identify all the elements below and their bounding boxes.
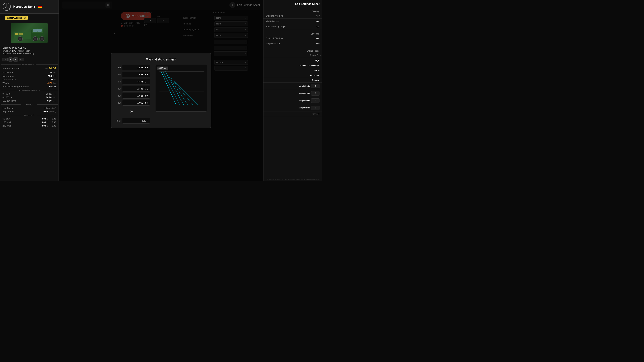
gear-5-input[interactable] — [122, 93, 150, 98]
gear-row-5: 5th — [115, 93, 152, 98]
svg-line-2 — [4, 7, 7, 9]
steering-section: Steering Steering Angle Kit Nor 4WS Syst… — [264, 8, 322, 31]
accel-400-label: 0-400 m — [2, 92, 10, 95]
pp-prefix: PP — [46, 68, 48, 70]
clutch-flywheel-label: Clutch & Flywheel — [266, 37, 284, 39]
four-ws-row: 4WS System Nor — [264, 18, 322, 24]
propellor-shaft-row: Propellor Shaft Nor — [264, 41, 322, 46]
gear-row-6: 6th — [115, 100, 152, 106]
four-ws-label: 4WS System — [266, 20, 278, 22]
mercedes-logo — [2, 2, 11, 11]
racing-row: Racin — [264, 68, 322, 73]
weight-redu-3: Weight Redu — [299, 99, 310, 102]
svg-line-24 — [161, 71, 176, 105]
nav-back-btn[interactable]: ◀ — [8, 57, 13, 61]
max-power-label: Max Power — [2, 71, 14, 74]
weight-num-2: 0 — [311, 91, 320, 95]
edit-settings-sheet-btn[interactable]: Edit Settings Sheet — [295, 2, 320, 5]
accel-1000-value: 64.88 — [46, 96, 52, 98]
weight-right-row-2: Weight Redu 0 — [264, 90, 322, 97]
weight-balance-label: Front-Rear Weight Balance — [2, 85, 29, 88]
gear-2-input[interactable] — [122, 72, 150, 77]
accel-1000-label: 0-1000 m — [2, 96, 12, 98]
weight-num-3: 0 — [311, 98, 320, 103]
four-ws-value: Nor — [316, 20, 320, 22]
car-image-area — [0, 22, 58, 44]
weight-right-val-4: Weight Redu 0 — [299, 106, 320, 110]
g-120-unit: G — [47, 121, 48, 123]
high-speed-value: 0.00 — [44, 110, 48, 113]
weight-right-val-1: Weight Redu 0 — [299, 84, 320, 88]
svg-rect-8 — [38, 29, 42, 32]
clutch-flywheel-value: Nor — [316, 37, 320, 39]
max-power-value: 29 — [50, 71, 52, 74]
accel-100-150-value: 0.00 — [47, 99, 52, 102]
modal-content: 1st 2nd 3rd 4th 5th — [115, 65, 207, 123]
weight-unit: lbs. — [53, 82, 56, 84]
weight-value: 4277 — [47, 82, 52, 84]
car-specs-drivetrain: Drivetrain 4WD / Aspiration NA — [2, 50, 56, 52]
svg-line-26 — [165, 71, 184, 105]
rpm-badge: 3000 rpm — [157, 66, 168, 70]
right-top: Edit Settings Sheet — [264, 0, 322, 8]
rear-steering-row: Rear Steering Angle Lv. — [264, 24, 322, 29]
bodywork-value: Bodywor — [312, 79, 320, 81]
high-compression-value: High Compr — [309, 74, 320, 76]
g-240-alt: 0.00 — [52, 124, 56, 127]
max-power-row: Max Power 29 HP — [0, 71, 58, 74]
gear-5-label: 5th — [115, 94, 121, 97]
steering-angle-kit-value: Nor — [316, 14, 320, 17]
right-panel: Edit Settings Sheet Steering Steering An… — [263, 0, 322, 181]
gear-3-input[interactable] — [122, 79, 150, 84]
rear-steering-value: Lv. — [316, 25, 320, 28]
accel-100-150-label: 100-150 km/h — [2, 99, 16, 102]
accel-100-150-unit: sec. — [53, 100, 56, 102]
svg-line-3 — [7, 7, 10, 9]
drivetrain-title: Drivetrain — [264, 32, 322, 36]
modal-overlay: Manual Adjustment 1st 2nd 3rd 4th — [59, 0, 263, 181]
weight-right-row-4: Weight Redu 0 — [264, 104, 322, 111]
accel-400-unit: sec. — [53, 93, 56, 95]
modal-title: Manual Adjustment — [115, 57, 207, 61]
weight-redu-2: Weight Redu — [299, 92, 310, 94]
g-240-unit: G — [47, 125, 48, 127]
g-60-row: 60 km/h 0.83 G 0.83 — [0, 117, 58, 120]
gear-row-1: 1st — [115, 65, 152, 70]
performance-points-row: Performance Points PP 34.66 — [0, 66, 58, 71]
high-compression-row: High Compr — [264, 73, 322, 78]
weight-right-row-3: Weight Redu 0 — [264, 97, 322, 104]
gear-6-input[interactable] — [122, 100, 150, 106]
g-120-value: 0.00 — [42, 121, 46, 123]
low-speed-value: +0.41 — [44, 107, 50, 109]
bop-badge: ⚖ BoP Applied (M) — [5, 16, 28, 20]
gear-6-label: 6th — [115, 101, 121, 104]
gear-1-input[interactable] — [122, 65, 150, 70]
engine-tuning-section: Engine Tuning Engine E › High Titanium C… — [264, 48, 322, 118]
r1-label: R1 — [18, 58, 24, 61]
g-60-value: 0.83 — [42, 117, 46, 120]
g-240-label: 240 km/h — [2, 124, 12, 127]
engine-expand-row[interactable]: Engine E › — [264, 53, 322, 58]
displacement-value: 1767 — [48, 78, 53, 81]
pp-value: 34.66 — [48, 67, 56, 70]
high-speed-label: High Speed — [2, 110, 14, 113]
car-image — [11, 23, 48, 43]
final-input[interactable] — [122, 118, 150, 123]
svg-line-29 — [174, 81, 198, 105]
g-60-alt: 0.83 — [52, 117, 56, 120]
car-header: Mercedes-Benz — [0, 0, 58, 13]
weight-row: Weight 4277 lbs. — [0, 81, 58, 85]
svg-line-25 — [163, 71, 180, 105]
weight-num-1: 0 — [311, 84, 320, 88]
svg-point-10 — [19, 38, 21, 40]
rpm-chart: 3000 rpm — [155, 65, 207, 112]
gear-4-input[interactable] — [122, 86, 150, 91]
rpm-chart-svg — [156, 65, 207, 111]
svg-point-12 — [34, 38, 36, 40]
germany-flag — [38, 5, 42, 8]
svg-rect-15 — [15, 33, 18, 35]
nav-forward-btn[interactable]: ▶ — [14, 57, 18, 61]
engine-chevron-right-icon[interactable]: › — [320, 53, 321, 57]
l1-label: L1 — [2, 58, 8, 61]
g-120-alt: 0.00 — [52, 121, 56, 123]
